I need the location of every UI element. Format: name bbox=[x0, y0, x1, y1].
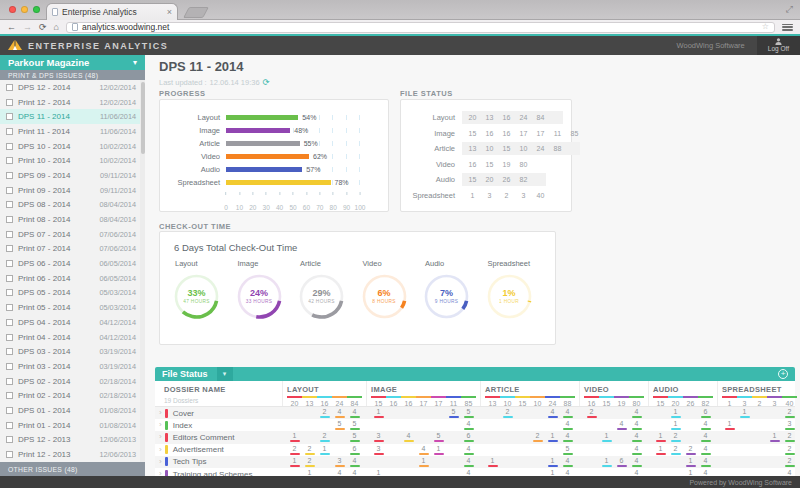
table-row[interactable]: ›Tech Tips123414114164142 bbox=[155, 456, 795, 468]
sidebar-issue-item[interactable]: DPS 01 - 201401/08/2014 bbox=[0, 403, 145, 418]
issue-checkbox[interactable] bbox=[6, 201, 13, 208]
issue-checkbox[interactable] bbox=[6, 99, 13, 106]
status-count-value: 16 bbox=[498, 114, 515, 121]
table-row[interactable]: ›Cover244155244241612 bbox=[155, 407, 795, 419]
sidebar-issue-item[interactable]: Print 02 - 201402/18/2014 bbox=[0, 388, 145, 403]
status-cell: 2 bbox=[717, 444, 800, 456]
issue-checkbox[interactable] bbox=[6, 128, 13, 135]
sidebar-issue-item[interactable]: Print 04 - 201404/12/2014 bbox=[0, 330, 145, 345]
sidebar-issue-item[interactable]: DPS 12 - 201412/02/2014 bbox=[0, 80, 145, 95]
issue-checkbox[interactable] bbox=[6, 172, 13, 179]
issue-checkbox[interactable] bbox=[6, 187, 13, 194]
checkout-panel: 6 Days Total Check-Out Time Layout33%47 … bbox=[159, 231, 556, 345]
publication-dropdown[interactable]: Parkour Magazine ▾ bbox=[0, 55, 145, 70]
table-add-button[interactable]: + bbox=[778, 369, 788, 379]
status-count-value: 10 bbox=[481, 145, 498, 152]
issue-checkbox[interactable] bbox=[6, 157, 13, 164]
other-issues-section-header[interactable]: OTHER ISSUES (48) bbox=[0, 462, 145, 476]
issue-checkbox[interactable] bbox=[6, 451, 13, 458]
issue-checkbox[interactable] bbox=[6, 113, 13, 120]
sidebar-issue-item[interactable]: Print 12 - 201312/06/2013 bbox=[0, 447, 145, 462]
issue-checkbox[interactable] bbox=[6, 422, 13, 429]
column-total-value: 10 bbox=[530, 400, 545, 407]
table-row[interactable]: ›Editors Comment12534562141412412 bbox=[155, 431, 795, 443]
issue-checkbox[interactable] bbox=[6, 407, 13, 414]
sidebar-issue-item[interactable]: Print 03 - 201403/19/2014 bbox=[0, 359, 145, 374]
issue-checkbox[interactable] bbox=[6, 289, 13, 296]
issue-checkbox[interactable] bbox=[6, 319, 13, 326]
sidebar-issue-item[interactable]: DPS 04 - 201404/12/2014 bbox=[0, 315, 145, 330]
issue-checkbox[interactable] bbox=[6, 231, 13, 238]
sidebar-issue-item[interactable]: DPS 07 - 201407/06/2014 bbox=[0, 227, 145, 242]
issue-checkbox[interactable] bbox=[6, 275, 13, 282]
issue-checkbox[interactable] bbox=[6, 304, 13, 311]
tab-close-icon[interactable]: × bbox=[167, 8, 172, 17]
table-row[interactable]: ›Index5544441413 bbox=[155, 419, 795, 431]
sidebar-issue-item[interactable]: Print 05 - 201405/03/2014 bbox=[0, 300, 145, 315]
sidebar-issue-item[interactable]: Print 06 - 201406/05/2014 bbox=[0, 271, 145, 286]
sidebar-issue-item[interactable]: Print 12 - 201412/02/2014 bbox=[0, 95, 145, 110]
sidebar-issue-item[interactable]: Print 08 - 201408/04/2014 bbox=[0, 212, 145, 227]
status-count: 16 bbox=[464, 161, 481, 168]
sidebar-issue-item[interactable]: DPS 10 - 201410/02/2014 bbox=[0, 139, 145, 154]
log-off-button[interactable]: Log Off bbox=[757, 36, 800, 55]
sidebar-issue-item[interactable]: DPS 02 - 201402/18/2014 bbox=[0, 374, 145, 389]
status-cell: 124 bbox=[648, 431, 717, 443]
issue-checkbox[interactable] bbox=[6, 348, 13, 355]
sidebar-issue-item[interactable]: DPS 06 - 201406/05/2014 bbox=[0, 256, 145, 271]
expand-row-icon[interactable]: › bbox=[159, 433, 162, 441]
issue-checkbox[interactable] bbox=[6, 392, 13, 399]
sidebar-issue-item[interactable]: DPS 09 - 201409/11/2014 bbox=[0, 168, 145, 183]
sidebar-issue-item[interactable]: DPS 11 - 201411/06/2014 bbox=[0, 109, 145, 124]
issue-checkbox[interactable] bbox=[6, 378, 13, 385]
column-total-value: 84 bbox=[347, 400, 362, 407]
issue-checkbox[interactable] bbox=[6, 245, 13, 252]
sidebar-issue-item[interactable]: Print 07 - 201407/06/2014 bbox=[0, 242, 145, 257]
donut-text: 29%42 HOURS bbox=[298, 273, 345, 320]
sidebar-issue-item[interactable]: Print 10 - 201410/02/2014 bbox=[0, 153, 145, 168]
reload-icon[interactable]: ⟳ bbox=[39, 23, 47, 32]
window-minimize-button[interactable] bbox=[21, 6, 28, 13]
issue-checkbox[interactable] bbox=[6, 260, 13, 267]
issue-checkbox[interactable] bbox=[6, 143, 13, 150]
status-slot: 6 bbox=[347, 445, 362, 455]
refresh-icon[interactable]: ⟳ bbox=[263, 77, 270, 87]
sidebar-issue-item[interactable]: Print 11 - 201411/06/2014 bbox=[0, 124, 145, 139]
window-close-button[interactable] bbox=[9, 6, 16, 13]
browser-tab[interactable]: Enterprise Analytics × bbox=[46, 3, 178, 20]
sidebar-issue-item[interactable]: DPS 05 - 201405/03/2014 bbox=[0, 286, 145, 301]
issue-checkbox[interactable] bbox=[6, 216, 13, 223]
dossier-status-bar bbox=[165, 409, 168, 418]
sidebar-issue-item[interactable]: Print 01 - 201401/08/2014 bbox=[0, 418, 145, 433]
issue-checkbox[interactable] bbox=[6, 436, 13, 443]
forward-icon[interactable]: → bbox=[23, 23, 32, 32]
print-issues-section-header[interactable]: PRINT & DPS ISSUES (48) bbox=[0, 70, 145, 80]
expand-row-icon[interactable]: › bbox=[159, 446, 162, 454]
scrollbar-thumb[interactable] bbox=[141, 82, 145, 154]
browser-menu-icon[interactable] bbox=[782, 23, 793, 32]
sidebar-issue-item[interactable]: DPS 12 - 201312/06/2013 bbox=[0, 433, 145, 448]
sidebar-issue-item[interactable]: DPS 03 - 201403/19/2014 bbox=[0, 344, 145, 359]
status-count: 80 bbox=[515, 161, 532, 168]
home-icon[interactable]: ⌂ bbox=[54, 23, 59, 32]
address-bar[interactable]: analytics.woodwing.net ☆ bbox=[66, 22, 775, 33]
table-row[interactable]: ›Training and Schemes14414144144 bbox=[155, 468, 795, 476]
expand-row-icon[interactable]: › bbox=[159, 409, 162, 417]
issue-checkbox[interactable] bbox=[6, 84, 13, 91]
bookmark-star-icon[interactable]: ☆ bbox=[762, 23, 769, 31]
table-row[interactable]: ›Advertisement221634145412242 bbox=[155, 444, 795, 456]
status-color-segment bbox=[317, 396, 332, 398]
status-slot: 4 bbox=[782, 469, 797, 476]
expand-row-icon[interactable]: › bbox=[159, 421, 162, 429]
column-total-value: 10 bbox=[500, 400, 515, 407]
sidebar-issue-item[interactable]: DPS 08 - 201408/04/2014 bbox=[0, 198, 145, 213]
back-icon[interactable]: ← bbox=[7, 23, 16, 32]
expand-row-icon[interactable]: › bbox=[159, 458, 162, 466]
issue-checkbox[interactable] bbox=[6, 334, 13, 341]
window-resize-icon[interactable]: ⤢ bbox=[786, 4, 793, 15]
table-dropdown[interactable]: ▾ bbox=[217, 367, 233, 381]
sidebar-issue-item[interactable]: Print 09 - 201409/11/2014 bbox=[0, 183, 145, 198]
issue-checkbox[interactable] bbox=[6, 363, 13, 370]
window-zoom-button[interactable] bbox=[33, 6, 40, 13]
new-tab-button[interactable] bbox=[183, 7, 209, 18]
